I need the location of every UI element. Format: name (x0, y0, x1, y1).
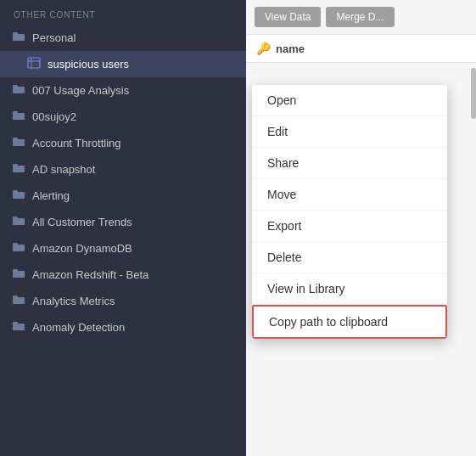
sidebar-item-label: Amazon Redshift - Beta (32, 268, 148, 281)
folder-icon (12, 82, 25, 99)
sidebar-section-label: OTHER CONTENT (0, 0, 246, 25)
context-menu-item-open[interactable]: Open (252, 85, 447, 116)
context-menu-item-copy-path[interactable]: Copy path to clipboard (252, 305, 447, 339)
sidebar-item-label: Analytics Metrics (32, 295, 115, 307)
sidebar-item-alerting[interactable]: Alerting (0, 183, 246, 209)
sidebar-item-ad-snapshot[interactable]: AD snapshot (0, 156, 246, 183)
sidebar-item-label: 007 Usage Analysis (32, 84, 129, 97)
context-menu-item-delete[interactable]: Delete (252, 242, 447, 273)
folder-icon (12, 188, 25, 204)
sidebar-item-personal[interactable]: Personal (0, 25, 246, 51)
sidebar-item-account-throttling[interactable]: Account Throttling (0, 130, 246, 156)
sidebar-item-label: Account Throttling (32, 137, 121, 149)
sidebar-item-amazon-redshift-beta[interactable]: Amazon Redshift - Beta (0, 262, 246, 288)
folder-icon (12, 109, 25, 125)
toolbar: View Data Merge D... (246, 0, 476, 34)
sidebar-item-label: All Customer Trends (32, 216, 132, 228)
sidebar: OTHER CONTENT Personal suspicious users … (0, 0, 246, 456)
sidebar-item-label: suspicious users (48, 58, 129, 70)
sidebar-item-label: Anomaly Detection (32, 321, 125, 334)
table-icon (27, 56, 41, 72)
sidebar-item-label: Personal (32, 31, 76, 44)
svg-rect-0 (28, 58, 40, 68)
scrollbar[interactable] (471, 68, 476, 119)
context-menu-item-export[interactable]: Export (252, 211, 447, 242)
folder-icon (12, 214, 25, 230)
table-header: 🔑 name (246, 34, 476, 63)
column-name: name (276, 42, 305, 55)
sidebar-item-label: AD snapshot (32, 163, 95, 176)
sidebar-item-label: Alerting (32, 189, 70, 202)
sidebar-item-analytics-metrics[interactable]: Analytics Metrics (0, 288, 246, 314)
merge-data-button[interactable]: Merge D... (326, 7, 394, 27)
context-menu-item-share[interactable]: Share (252, 148, 447, 179)
sidebar-item-all-customer-trends[interactable]: All Customer Trends (0, 209, 246, 235)
context-menu-item-move[interactable]: Move (252, 179, 447, 211)
folder-icon (12, 240, 25, 256)
sidebar-item-anomaly-detection[interactable]: Anomaly Detection (0, 314, 246, 341)
context-menu: OpenEditShareMoveExportDeleteView in Lib… (252, 85, 447, 339)
view-data-button[interactable]: View Data (255, 7, 321, 27)
folder-icon (12, 267, 25, 283)
folder-icon (12, 161, 25, 177)
context-menu-item-edit[interactable]: Edit (252, 116, 447, 148)
sidebar-item-suspicious-users[interactable]: suspicious users (0, 51, 246, 77)
sidebar-item-007-usage[interactable]: 007 Usage Analysis (0, 77, 246, 104)
sidebar-item-amazon-dynamodb[interactable]: Amazon DynamoDB (0, 235, 246, 262)
sidebar-item-label: Amazon DynamoDB (32, 242, 132, 255)
sidebar-item-label: 00sujoy2 (32, 110, 76, 123)
folder-icon (12, 293, 25, 309)
sidebar-item-00sujoy2[interactable]: 00sujoy2 (0, 104, 246, 130)
folder-icon (12, 30, 25, 46)
folder-icon (12, 319, 25, 335)
folder-icon (12, 135, 25, 151)
context-menu-item-view-in-library[interactable]: View in Library (252, 273, 447, 305)
key-icon: 🔑 (256, 42, 271, 55)
